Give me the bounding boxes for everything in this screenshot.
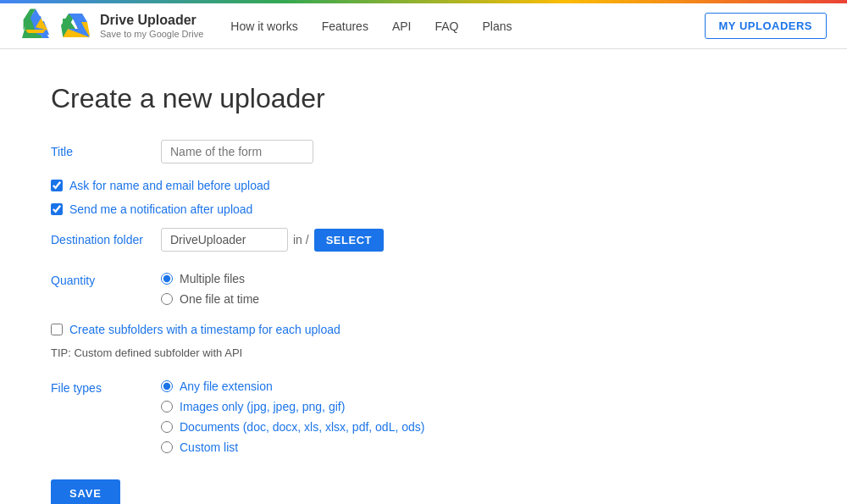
subfolders-label[interactable]: Create subfolders with a timestamp for e… — [69, 323, 340, 336]
any-extension-radio[interactable] — [161, 380, 173, 392]
notification-checkbox[interactable] — [51, 203, 63, 215]
documents-label[interactable]: Documents (doc, docx, xls, xlsx, pdf, od… — [180, 420, 424, 434]
one-file-row: One file at time — [161, 292, 259, 306]
documents-radio[interactable] — [161, 421, 173, 433]
title-row: Title — [51, 140, 542, 163]
notification-row: Send me a notification after upload — [51, 202, 542, 216]
any-extension-row: Any file extension — [161, 379, 424, 393]
ask-name-email-row: Ask for name and email before upload — [51, 179, 542, 192]
nav-features[interactable]: Features — [322, 19, 368, 33]
nav-api[interactable]: API — [392, 19, 412, 33]
one-file-radio[interactable] — [161, 293, 173, 305]
subfolders-row: Create subfolders with a timestamp for e… — [51, 323, 542, 336]
header: Drive Uploader Save to my Google Drive H… — [0, 3, 847, 49]
logo-text: Drive Uploader Save to my Google Drive — [100, 12, 203, 39]
file-types-label: File types — [51, 379, 161, 395]
logo-svg-container — [59, 10, 91, 42]
documents-row: Documents (doc, docx, xls, xlsx, pdf, od… — [161, 420, 424, 434]
destination-label: Destination folder — [51, 233, 161, 246]
destination-input[interactable] — [161, 228, 288, 252]
logo-subtitle: Save to my Google Drive — [100, 29, 203, 40]
select-folder-button[interactable]: SELECT — [314, 229, 384, 252]
page-title: Create a new uploader — [51, 83, 542, 114]
quantity-section: Quantity Multiple files One file at time — [51, 272, 542, 306]
drive-logo-icon — [20, 6, 51, 36]
ask-name-email-checkbox[interactable] — [51, 180, 63, 191]
nav: How it works Features API FAQ Plans — [230, 19, 704, 33]
images-only-radio[interactable] — [161, 401, 173, 413]
multiple-files-label[interactable]: Multiple files — [180, 272, 245, 285]
images-only-label[interactable]: Images only (jpg, jpeg, png, gif) — [180, 400, 345, 413]
save-button[interactable]: SAVE — [51, 479, 120, 504]
title-label: Title — [51, 145, 161, 158]
ask-name-email-label[interactable]: Ask for name and email before upload — [69, 179, 270, 192]
quantity-label: Quantity — [51, 272, 161, 287]
notification-label[interactable]: Send me a notification after upload — [69, 202, 252, 216]
file-types-section: File types Any file extension Images onl… — [51, 379, 542, 454]
any-extension-label[interactable]: Any file extension — [180, 379, 273, 393]
multiple-files-radio[interactable] — [161, 273, 173, 285]
destination-folder-row: Destination folder in / SELECT — [51, 228, 542, 252]
quantity-radio-group: Multiple files One file at time — [161, 272, 259, 306]
title-input[interactable] — [161, 140, 313, 163]
subfolders-section: Create subfolders with a timestamp for e… — [51, 323, 542, 336]
in-slash-text: in / — [293, 233, 309, 246]
nav-faq[interactable]: FAQ — [435, 19, 458, 33]
custom-list-radio[interactable] — [161, 441, 173, 453]
images-only-row: Images only (jpg, jpeg, png, gif) — [161, 400, 424, 413]
main-content: Create a new uploader Title Ask for name… — [0, 49, 593, 504]
my-uploaders-button[interactable]: MY UPLOADERS — [705, 13, 828, 39]
logo-link[interactable]: Drive Uploader Save to my Google Drive — [20, 10, 203, 42]
custom-list-row: Custom list — [161, 440, 424, 454]
tip-text: TIP: Custom defined subfolder with API — [51, 346, 542, 359]
subfolders-checkbox[interactable] — [51, 324, 63, 335]
nav-plans[interactable]: Plans — [482, 19, 512, 33]
multiple-files-row: Multiple files — [161, 272, 259, 285]
file-types-radio-group: Any file extension Images only (jpg, jpe… — [161, 379, 424, 454]
one-file-label[interactable]: One file at time — [180, 292, 259, 306]
custom-list-label[interactable]: Custom list — [180, 440, 238, 454]
nav-how-it-works[interactable]: How it works — [230, 19, 297, 33]
logo-title: Drive Uploader — [100, 12, 203, 28]
